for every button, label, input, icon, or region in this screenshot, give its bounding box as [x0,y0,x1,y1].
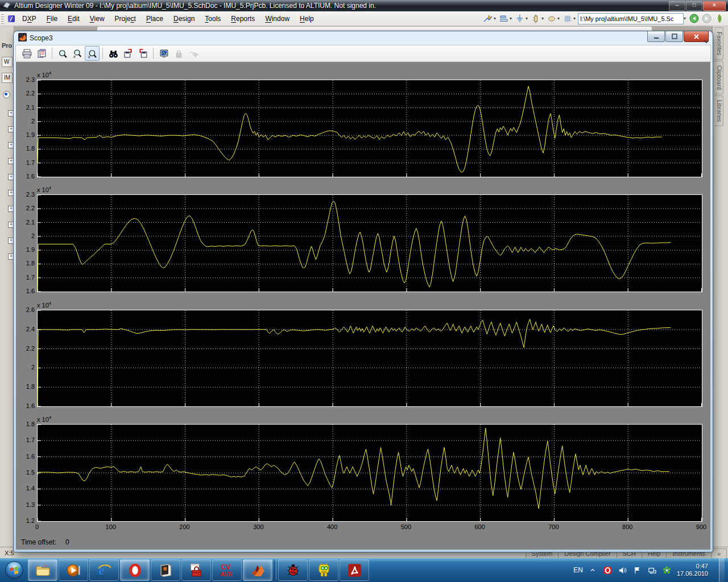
scope-titlebar[interactable]: Scope3 [14,31,713,45]
taskbar-button-debug-ladybug[interactable] [278,559,308,581]
taskbar-button-qip[interactable]: qip [309,559,338,581]
scope-caption-buttons [647,31,709,42]
start-button[interactable] [1,559,27,581]
y-tick-label: 2 [15,364,35,371]
clock[interactable]: 0:47 17.06.2010 [677,563,714,577]
altium-close-button[interactable]: ✕ [703,1,726,11]
plot-area-4: x 1041.21.31.41.51.61.71.801002003004005… [37,424,701,521]
y-tick-label: 1.8 [15,383,35,390]
y-tick-label: 2 [15,232,35,239]
axis-exponent-label: x 104 [37,301,51,309]
x-tick-label: 700 [542,523,565,530]
y-tick-label: 1.7 [15,274,35,281]
zoom-y-button[interactable]: y [85,46,100,61]
print-button[interactable] [19,46,34,61]
volume-icon[interactable] [618,566,627,575]
project-button[interactable]: IM [2,73,13,83]
helm-icon[interactable] [713,14,725,24]
taskbar-button-adobe-reader[interactable] [340,559,369,581]
network-icon[interactable] [647,566,657,575]
autoscale-button[interactable] [106,46,121,61]
forward-icon[interactable] [701,14,712,24]
x-tick-label: 400 [321,523,344,530]
y-tick-label: 2.2 [15,205,35,211]
power-port-icon[interactable] [514,14,526,24]
plot-canvas-4 [37,424,702,522]
menu-edit[interactable]: Edit [63,13,85,24]
opera-tray-icon[interactable] [603,566,613,575]
wiring-tools-icon[interactable] [482,14,494,24]
y-tick-label: 2.3 [15,76,35,83]
taskbar-button-toolbox[interactable] [181,559,211,581]
document-path-dropdown[interactable]: ▾ [684,16,686,21]
menu-view[interactable]: View [85,13,110,24]
drawing-tools-icon[interactable] [546,14,557,24]
menu-help[interactable]: Help [295,13,319,24]
menu-reports[interactable]: Reports [226,13,260,24]
panel-tab-clipboard[interactable]: Clipboard [714,61,723,94]
language-indicator[interactable]: EN [573,566,583,574]
axis-exponent-label: x 104 [37,415,51,423]
action-center-flag-icon[interactable] [632,566,642,575]
y-tick-label: 1.7 [15,436,35,443]
menu-window[interactable]: Window [260,13,295,24]
save-axes-button[interactable] [121,46,135,61]
taskbar-separator [274,559,276,580]
scope-minimize-button[interactable] [647,31,665,42]
y-tick-label: 1.8 [15,260,35,267]
zoom-x-button[interactable]: x [70,46,85,61]
menu-design[interactable]: Design [168,13,200,24]
taskbar-button-internet-explorer[interactable]: e [89,559,119,581]
taskbar-button-media-player[interactable] [59,559,88,581]
floating-scope-button[interactable] [156,46,171,61]
menu-file[interactable]: File [42,13,63,24]
hidden-icons-chevron-icon[interactable] [588,566,598,575]
zoom-button[interactable] [55,46,70,61]
toolbar-overflow-icon[interactable] [704,36,709,47]
projects-panel-sliver: Pro W IM ++++++++++ [0,26,14,547]
restore-axes-button[interactable] [135,46,150,61]
matlab-scope-icon [18,33,27,43]
back-icon[interactable] [688,14,700,24]
plot-canvas-2 [37,194,702,292]
icq-icon[interactable] [662,566,672,575]
taskbar-button-opera[interactable] [120,559,150,581]
parameters-button[interactable] [34,46,49,61]
statusbar-tab--[interactable]: » [711,548,727,558]
dxp-icon[interactable] [6,14,17,24]
panel-tab-favorites[interactable]: Favorites [714,27,723,60]
altium-minimize-button[interactable]: ─ [669,1,685,11]
taskbar-button-codevision-avr[interactable]: CVAVR [212,559,242,581]
menu-place[interactable]: Place [141,13,168,24]
radio-button[interactable] [3,91,10,98]
plot-area-3: x 1041.61.822.22.42.6 [37,310,701,406]
power-port-dropdown[interactable]: ▾ [526,16,528,21]
toolbar-grip[interactable] [1,14,4,24]
time-offset-row: Time offset: 0 [21,538,69,546]
grid-dropdown[interactable]: ▾ [573,16,576,21]
alignment-tools-dropdown[interactable]: ▾ [510,16,512,21]
y-tick-label: 2.4 [15,326,35,332]
y-tick-label: 2.1 [15,219,35,226]
taskbar-button-explorer[interactable] [28,559,57,581]
menu-tools[interactable]: Tools [200,13,226,24]
show-desktop-button[interactable] [719,558,725,582]
part-dropdown[interactable]: ▾ [541,16,544,21]
document-path-combobox[interactable]: I:\My proj\altium\IMU_5\IMU_5.Sc [578,13,684,24]
wiring-tools-dropdown[interactable]: ▾ [494,16,496,21]
altium-maximize-button[interactable]: □ [686,1,702,11]
drawing-tools-dropdown[interactable]: ▾ [557,16,560,21]
y-tick-label: 1.3 [15,501,35,508]
menu-project[interactable]: Project [110,13,141,24]
y-tick-label: 1.9 [15,246,35,253]
panel-tab-libraries[interactable]: Libraries [714,95,723,126]
scope-client-area: Time offset: 0 x 1041.61.71.81.922.12.22… [16,62,710,550]
taskbar-button-matlab[interactable] [243,559,272,581]
scope-maximize-button[interactable] [665,31,683,42]
part-icon[interactable] [530,14,541,24]
alignment-tools-icon[interactable] [498,14,510,24]
taskbar-button-ebook-reader[interactable] [151,559,180,581]
workspace-button[interactable]: W [2,57,13,67]
grid-icon[interactable] [562,14,573,24]
menu-dxp[interactable]: DXP [17,13,42,24]
